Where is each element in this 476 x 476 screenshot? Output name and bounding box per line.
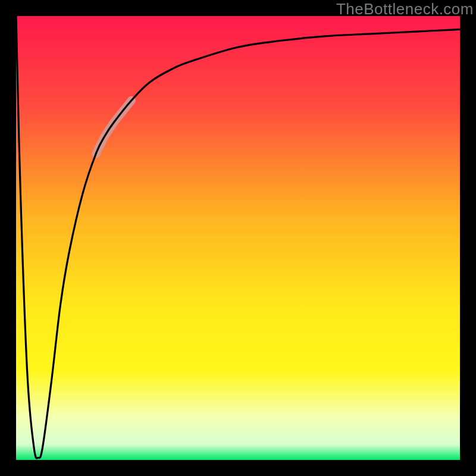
plot-background-gradient	[16, 16, 460, 460]
chart-svg	[0, 0, 476, 476]
chart-root: TheBottleneck.com	[0, 0, 476, 476]
watermark-text: TheBottleneck.com	[336, 0, 474, 18]
